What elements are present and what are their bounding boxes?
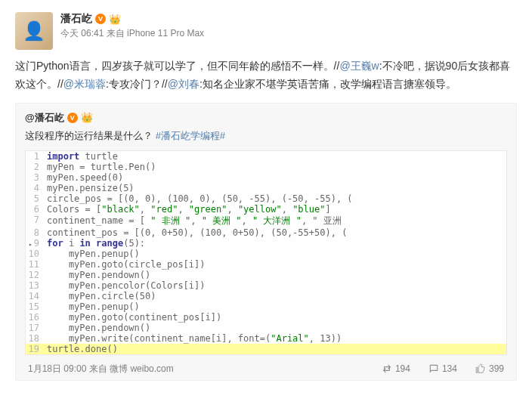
code-text: myPen.penup() <box>44 301 506 312</box>
text-segment: 这门Python语言，四岁孩子就可以学了，但不同年龄的感悟不一样。 <box>15 60 334 72</box>
code-text: myPen.circle(50) <box>44 291 506 301</box>
line-number: 10 <box>26 249 44 259</box>
repost-icon <box>382 363 392 374</box>
separator: // <box>162 78 168 90</box>
repost-button[interactable]: 194 <box>382 363 410 374</box>
line-number: 17 <box>26 323 44 333</box>
code-block: 1import turtle2myPen = turtle.Pen()3myPe… <box>25 150 507 355</box>
line-number: 18 <box>26 333 44 344</box>
line-number: 6 <box>26 204 44 215</box>
quoted-text: 这段程序的运行结果是什么？ <box>25 130 153 141</box>
code-line: 2myPen = turtle.Pen() <box>26 162 506 172</box>
quoted-author[interactable]: @潘石屹 <box>25 111 64 125</box>
code-text: continent_name = [ " 非洲 ", " 美洲 ", " 大洋洲… <box>44 215 506 227</box>
code-line: 19turtle.done() <box>26 344 506 354</box>
line-number: 1 <box>26 151 44 162</box>
line-number: 8 <box>26 227 44 238</box>
repost-count: 194 <box>395 363 410 374</box>
mention-link[interactable]: @刘春 <box>168 78 200 90</box>
code-text: myPen.pendown() <box>44 270 506 280</box>
verified-badge-icon: V <box>67 113 78 123</box>
footer-time: 1月18日 09:00 来自 微博 weibo.com <box>28 363 174 375</box>
code-text: import turtle <box>44 151 506 162</box>
verified-badge-icon: V <box>95 14 106 24</box>
club-badge-icon: 👑 <box>109 14 121 25</box>
line-number: 7 <box>26 215 44 227</box>
line-number: 15 <box>26 301 44 312</box>
code-line: ▸9for i in range(5): <box>26 238 506 249</box>
post-meta: 今天 06:41 来自 iPhone 11 Pro Max <box>60 27 517 40</box>
like-icon <box>475 363 486 374</box>
code-line: 15 myPen.penup() <box>26 301 506 312</box>
author-name[interactable]: 潘石屹 <box>60 12 92 26</box>
line-number: 11 <box>26 259 44 270</box>
code-text: myPen.goto(circle_pos[i]) <box>44 259 506 270</box>
line-number: 13 <box>26 280 44 291</box>
line-number: 2 <box>26 162 44 172</box>
code-text: myPen = turtle.Pen() <box>44 162 506 172</box>
code-line: 3myPen.speed(0) <box>26 172 506 183</box>
line-number: ▸9 <box>26 238 44 249</box>
line-number: 16 <box>26 312 44 323</box>
line-number: 4 <box>26 183 44 193</box>
line-number: 14 <box>26 291 44 301</box>
code-text: continent_pos = [(0, 0+50), (100, 0+50),… <box>44 227 506 238</box>
code-line: 5circle_pos = [(0, 0), (100, 0), (50, -5… <box>26 193 506 204</box>
code-text: turtle.done() <box>44 344 506 354</box>
code-line: 4myPen.pensize(5) <box>26 183 506 193</box>
like-button[interactable]: 399 <box>475 363 504 374</box>
code-line: 16 myPen.goto(continent_pos[i]) <box>26 312 506 323</box>
quoted-post: @潘石屹 V 👑 这段程序的运行结果是什么？ #潘石屹学编程# 1import … <box>15 103 517 381</box>
code-line: 6Colors = ["black", "red", "green", "yel… <box>26 204 506 215</box>
code-line: 13 myPen.pencolor(Colors[i]) <box>26 280 506 291</box>
avatar[interactable]: 👤 <box>15 12 53 50</box>
code-text: myPen.pencolor(Colors[i]) <box>44 280 506 291</box>
line-number: 5 <box>26 193 44 204</box>
line-number: 3 <box>26 172 44 183</box>
separator: // <box>57 78 63 90</box>
comment-count: 134 <box>442 363 457 374</box>
code-line: 8continent_pos = [(0, 0+50), (100, 0+50)… <box>26 227 506 238</box>
code-text: for i in range(5): <box>44 238 506 249</box>
mention-link[interactable]: @米瑞蓉 <box>63 78 106 90</box>
code-line: 11 myPen.goto(circle_pos[i]) <box>26 259 506 270</box>
comment-icon <box>428 363 439 374</box>
code-text: circle_pos = [(0, 0), (100, 0), (50, -55… <box>44 193 506 204</box>
mention-link[interactable]: @王巍w <box>339 60 379 72</box>
code-line: 17 myPen.pendown() <box>26 323 506 333</box>
code-line: 10 myPen.penup() <box>26 249 506 259</box>
code-line: 18 myPen.write(continent_name[i], font=(… <box>26 333 506 344</box>
line-number: 19 <box>26 344 44 354</box>
post-footer: 1月18日 09:00 来自 微博 weibo.com 194 134 399 <box>25 355 507 380</box>
like-count: 399 <box>489 363 504 374</box>
code-text: myPen.pensize(5) <box>44 183 506 193</box>
hashtag-link[interactable]: #潘石屹学编程# <box>156 130 225 141</box>
text-segment: :知名企业家不堪学英语苦痛，改学编程语言搪塞领导。 <box>200 78 456 90</box>
code-line: 1import turtle <box>26 151 506 162</box>
club-badge-icon: 👑 <box>81 112 93 123</box>
code-line: 14 myPen.circle(50) <box>26 291 506 301</box>
code-text: myPen.speed(0) <box>44 172 506 183</box>
line-number: 12 <box>26 270 44 280</box>
code-text: myPen.goto(continent_pos[i]) <box>44 312 506 323</box>
comment-button[interactable]: 134 <box>428 363 457 374</box>
code-line: 12 myPen.pendown() <box>26 270 506 280</box>
text-segment: :专攻冷门？ <box>106 78 162 90</box>
code-text: myPen.write(continent_name[i], font=("Ar… <box>44 333 506 344</box>
post-content: 这门Python语言，四岁孩子就可以学了，但不同年龄的感悟不一样。//@王巍w:… <box>15 57 517 94</box>
code-text: myPen.penup() <box>44 249 506 259</box>
code-text: Colors = ["black", "red", "green", "yell… <box>44 204 506 215</box>
code-text: myPen.pendown() <box>44 323 506 333</box>
code-line: 7continent_name = [ " 非洲 ", " 美洲 ", " 大洋… <box>26 215 506 227</box>
